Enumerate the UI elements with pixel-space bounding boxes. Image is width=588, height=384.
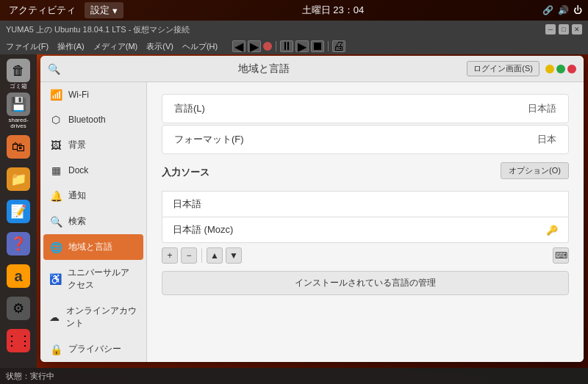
options-button[interactable]: オプション(O) [501,162,569,179]
input-sources-title: 入力ソース [162,166,209,179]
settings-titlebar-right: ログイン画面(S) [467,61,576,76]
window-title: YUMA5 上の Ubuntu 18.04.1 LTS - 仮想マシン接続 [6,24,190,35]
dock-item-apps[interactable]: ⋮⋮ [4,326,33,355]
toolbar-btn-4[interactable]: ▶ [295,40,309,52]
nav-item-background[interactable]: 🖼 背景 [40,132,146,158]
activities-button[interactable]: アクティビティ [6,4,79,17]
settings-icon: ⚙ [7,297,30,320]
amazon-icon: a [7,264,30,288]
top-bar: アクティビティ 設定 ▾ 土曜日 23：04 🔗 🔊 ⏻ [0,0,588,21]
network-icon: 🔗 [542,5,553,15]
menu-media[interactable]: メディア(M) [93,41,138,52]
search-icon: 🔍 [48,63,60,75]
online-icon: ☁ [49,311,60,323]
window-minimize-button[interactable]: ─ [545,24,556,35]
minimize-dot[interactable] [545,65,554,73]
nav-item-universal[interactable]: ♿ ユニバーサルアクセス [40,260,146,298]
close-dot[interactable] [567,65,576,73]
nav-item-dock[interactable]: ▦ Dock [40,158,146,183]
toolbar-record-btn[interactable] [263,42,272,51]
trash-icon: 🗑 [7,59,30,82]
dock-item-trash[interactable]: 🗑 ゴミ箱 [4,59,33,90]
datetime-label: 土曜日 23：04 [302,4,365,17]
settings-main: 言語(L) 日本語 フォーマット(F) 日本 入力ソース オプション(O) 日本… [147,82,584,362]
menu-help[interactable]: ヘルプ(H) [182,41,218,52]
privacy-icon: 🔒 [49,344,62,355]
toolbar-btn-usb[interactable]: 🖨 [332,40,345,52]
nav-item-notifications[interactable]: 🔔 通知 [40,183,146,209]
toolbar-btn-2[interactable]: ▶ [248,40,261,52]
settings-indicator[interactable]: 設定 ▾ [85,2,123,18]
language-row[interactable]: 言語(L) 日本語 [162,94,569,123]
region-icon: 🌐 [49,242,62,253]
toolbar-separator-2 [328,41,329,51]
dock-item-drives[interactable]: 💾 shared-drives [4,93,33,129]
nav-item-search[interactable]: 🔍 検索 [40,209,146,234]
background-icon: 🖼 [49,140,62,151]
keyboard-settings-button[interactable]: ⌨ [553,247,569,264]
nav-label-notifications: 通知 [68,189,86,202]
nav-item-privacy[interactable]: 🔒 プライバシー [40,336,146,362]
dock-item-settings[interactable]: ⚙ [4,294,33,323]
format-label: フォーマット(F) [174,133,244,146]
help-icon: ❓ [7,232,30,256]
add-source-button[interactable]: + [162,247,178,264]
toolbar-btn-5[interactable]: ⏹ [311,40,324,52]
nav-label-background: 背景 [68,139,86,151]
settings-window: 🔍 地域と言語 ログイン画面(S) 📶 Wi-Fi [40,56,584,362]
window-close-button[interactable]: ✕ [572,24,582,35]
nav-item-wifi[interactable]: 📶 Wi-Fi [40,82,146,107]
move-up-button[interactable]: ▲ [207,247,223,264]
top-bar-right: 🔗 🔊 ⏻ [542,5,582,15]
nav-label-privacy: プライバシー [68,343,121,355]
maximize-dot[interactable] [556,65,565,73]
top-bar-datetime[interactable]: 土曜日 23：04 [302,4,365,17]
menu-file[interactable]: ファイル(F) [6,41,49,52]
format-value: 日本 [537,133,556,146]
nav-label-universal: ユニバーサルアクセス [68,267,137,291]
toolbar-btn-1[interactable]: ◀ [232,40,245,52]
format-row[interactable]: フォーマット(F) 日本 [162,125,569,154]
nav-item-online[interactable]: ☁ オンラインアカウント [40,298,146,336]
input-source-japanese: 日本語 [162,191,569,217]
dock-icon: ▦ [49,164,62,176]
menu-bar: ファイル(F) 操作(A) メディア(M) 表示(V) ヘルプ(H) ◀ ▶ ⏸… [0,38,588,54]
login-screen-button[interactable]: ログイン画面(S) [467,61,539,76]
dock-item-amazon[interactable]: a [4,261,33,291]
window-dots [545,65,576,73]
menu-action[interactable]: 操作(A) [57,41,85,52]
apps-icon: ⋮⋮ [7,329,30,352]
toolbar: ◀ ▶ ⏸ ▶ ⏹ 🖨 [232,40,345,52]
dock-item-help[interactable]: ❓ [4,229,33,258]
nav-label-online: オンラインアカウント [66,305,137,330]
remove-source-button[interactable]: − [181,247,197,264]
dock-item-libreoffice[interactable]: 📝 [4,197,33,226]
window-controls: ─ □ ✕ [545,24,582,35]
status-bar: 状態：実行中 [0,368,588,384]
search-nav-icon: 🔍 [49,216,62,228]
source-settings-icon[interactable]: 🔑 [546,225,558,236]
top-bar-left: アクティビティ 設定 ▾ [6,2,123,18]
nav-item-bluetooth[interactable]: ⬡ Bluetooth [40,107,146,132]
software-icon: 🛍 [7,135,30,159]
libreoffice-icon: 📝 [7,200,30,223]
sidebar-dock: 🦊 🗑 ゴミ箱 💾 shared-drives 🛍 📁 📝 ❓ a ⚙ ⋮⋮ [0,21,37,368]
settings-indicator-caret: ▾ [112,5,118,16]
input-source-mozc: 日本語 (Mozc) 🔑 [162,217,569,243]
manage-languages-button[interactable]: インストールされている言語の管理 [162,271,569,295]
dock-item-software[interactable]: 🛍 [4,132,33,162]
wifi-icon: 📶 [49,89,62,101]
nav-label-bluetooth: Bluetooth [68,115,106,125]
toolbar-btn-3[interactable]: ⏸ [280,40,293,52]
settings-title: 地域と言語 [238,62,290,76]
menu-view[interactable]: 表示(V) [146,41,173,52]
nav-item-region[interactable]: 🌐 地域と言語 [43,234,143,260]
window-maximize-button[interactable]: □ [559,24,569,35]
settings-content: 📶 Wi-Fi ⬡ Bluetooth 🖼 背景 ▦ Dock 🔔 通 [40,82,584,362]
window-titlebar: YUMA5 上の Ubuntu 18.04.1 LTS - 仮想マシン接続 ─ … [0,21,588,38]
dock-item-files[interactable]: 📁 [4,164,33,194]
settings-nav: 📶 Wi-Fi ⬡ Bluetooth 🖼 背景 ▦ Dock 🔔 通 [40,82,147,362]
desktop: アクティビティ 設定 ▾ 土曜日 23：04 🔗 🔊 ⏻ YUMA5 上の Ub… [0,0,588,384]
settings-search: 🔍 [48,63,60,75]
move-down-button[interactable]: ▼ [226,247,242,264]
